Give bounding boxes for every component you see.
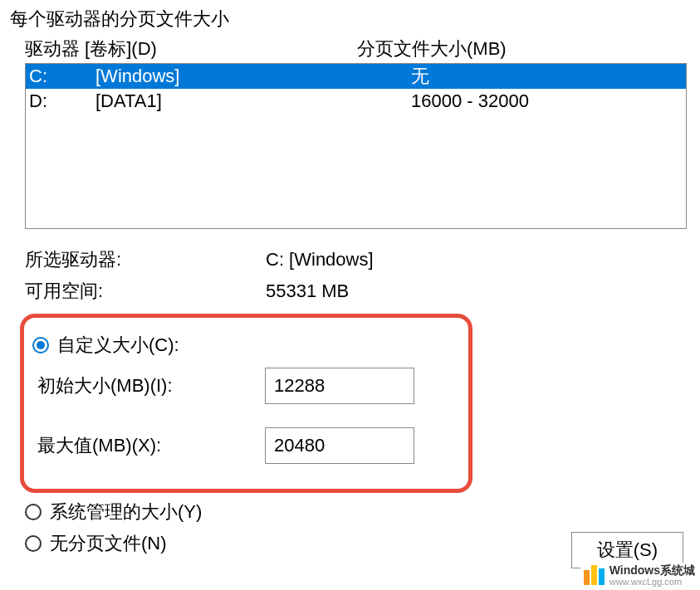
drive-row[interactable]: C: [Windows] 无: [26, 64, 686, 89]
column-header-size: 分页文件大小(MB): [357, 37, 687, 61]
radio-custom-size[interactable]: 自定义大小(C):: [32, 333, 460, 358]
drive-label: [Windows]: [95, 64, 411, 89]
selected-drive-label: 所选驱动器:: [25, 244, 266, 275]
drive-size: 16000 - 32000: [411, 89, 683, 114]
radio-label: 无分页文件(N): [50, 531, 167, 556]
watermark: Windows系统城 www.wxcLgg.com: [580, 563, 698, 588]
selected-drive-value: C: [Windows]: [266, 244, 687, 275]
radio-icon: [25, 504, 42, 520]
drive-label: [DATA1]: [95, 89, 411, 114]
radio-label: 自定义大小(C):: [57, 333, 179, 358]
drive-letter: C:: [29, 64, 95, 89]
section-title: 每个驱动器的分页文件大小: [10, 7, 687, 32]
watermark-title: Windows系统城: [609, 564, 695, 577]
free-space-value: 55331 MB: [266, 275, 687, 307]
drive-row[interactable]: D: [DATA1] 16000 - 32000: [26, 89, 686, 114]
radio-label: 系统管理的大小(Y): [50, 500, 202, 524]
drive-list[interactable]: C: [Windows] 无 D: [DATA1] 16000 - 32000: [25, 63, 687, 229]
watermark-url: www.wxcLgg.com: [609, 577, 695, 587]
drive-letter: D:: [29, 89, 95, 114]
radio-icon: [25, 535, 42, 552]
column-header-drive: 驱动器 [卷标](D): [25, 37, 357, 61]
free-space-label: 可用空间:: [25, 275, 266, 307]
drive-size: 无: [411, 64, 683, 89]
initial-size-input[interactable]: [265, 368, 414, 404]
max-size-label: 最大值(MB)(X):: [32, 433, 265, 458]
radio-system-managed[interactable]: 系统管理的大小(Y): [25, 500, 687, 524]
highlight-box: 自定义大小(C): 初始大小(MB)(I): 最大值(MB)(X):: [20, 314, 472, 493]
watermark-logo-icon: [584, 565, 605, 585]
radio-icon: [32, 337, 49, 354]
initial-size-label: 初始大小(MB)(I):: [32, 373, 265, 398]
max-size-input[interactable]: [265, 427, 414, 464]
